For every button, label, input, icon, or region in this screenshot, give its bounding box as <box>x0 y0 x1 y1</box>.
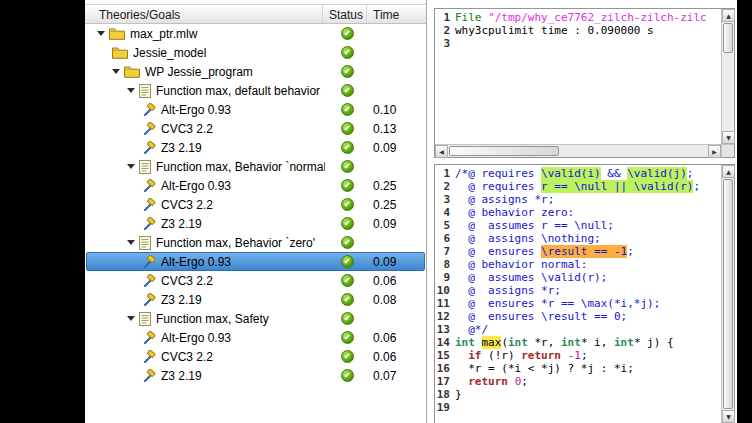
time-cell: 0.09 <box>373 255 396 269</box>
tree-row-content: WP Jessie_program <box>85 62 325 81</box>
tree-row-content: max_ptr.mlw <box>85 24 325 43</box>
status-cell: ✔ <box>325 331 369 344</box>
tree-row[interactable]: Alt-Ergo 0.93✔0.06 <box>85 328 426 347</box>
code-line: 5 @ assumes r == \null; <box>435 219 721 232</box>
tree-row[interactable]: Function max, Behavior `normal'✔ <box>85 157 426 176</box>
prover-icon <box>142 274 156 287</box>
tree-row-label: CVC3 2.2 <box>161 122 213 136</box>
status-cell: ✔ <box>325 122 369 135</box>
tree-row[interactable]: CVC3 2.2✔0.06 <box>85 347 426 366</box>
tree-row-label: max_ptr.mlw <box>130 27 197 41</box>
scroll-right-icon[interactable]: ▶ <box>708 145 721 158</box>
tree-row-content: Function max, Behavior `zero' <box>85 233 325 252</box>
line-text: *r = (*i < *j) ? *j : *i; <box>455 362 634 375</box>
why3-ide-window: Theories/Goals Status Time max_ptr.mlw✔J… <box>85 0 737 423</box>
tree-row[interactable]: Z3 2.19✔0.09 <box>85 138 426 157</box>
scrollbar-handle[interactable] <box>723 179 733 409</box>
tree-row[interactable]: Alt-Ergo 0.93✔0.10 <box>85 100 426 119</box>
column-header-time[interactable]: Time <box>367 5 426 23</box>
tree-row-content: CVC3 2.2 <box>85 195 325 214</box>
tree-row[interactable]: Z3 2.19✔0.07 <box>85 366 426 385</box>
code-line: 6 @ assigns \nothing; <box>435 232 721 245</box>
tree-row[interactable]: Alt-Ergo 0.93✔0.09 <box>85 252 426 271</box>
tree-row[interactable]: Function max, default behavior✔ <box>85 81 426 100</box>
tree-body: max_ptr.mlw✔Jessie_model✔WP Jessie_progr… <box>85 24 426 385</box>
tree-row[interactable]: Function max, Behavior `zero'✔ <box>85 233 426 252</box>
expander-icon[interactable] <box>127 240 135 245</box>
time-cell: 0.13 <box>373 122 396 136</box>
status-ok-icon: ✔ <box>341 217 354 230</box>
tree-row[interactable]: Z3 2.19✔0.09 <box>85 214 426 233</box>
folder-icon <box>112 46 128 59</box>
scrollbar-handle[interactable] <box>449 146 559 156</box>
code-line: 3 @ assigns *r; <box>435 193 721 206</box>
source-vertical-scrollbar[interactable]: ▲ ▼ <box>721 165 734 423</box>
status-cell: ✔ <box>325 312 369 325</box>
line-number: 19 <box>435 401 455 414</box>
tree-row[interactable]: Function max, Safety✔ <box>85 309 426 328</box>
status-cell: ✔ <box>325 160 369 173</box>
tree-row[interactable]: CVC3 2.2✔0.13 <box>85 119 426 138</box>
output-horizontal-scrollbar[interactable]: ◀ ▶ <box>435 144 721 157</box>
prover-icon <box>142 179 156 192</box>
code-line: 13 @*/ <box>435 323 721 336</box>
column-header-theories-goals[interactable]: Theories/Goals <box>85 5 323 23</box>
status-cell: ✔ <box>325 236 369 249</box>
scroll-up-icon[interactable]: ▲ <box>722 9 735 22</box>
status-cell: ✔ <box>325 274 369 287</box>
tree-row-content: Function max, Safety <box>85 309 325 328</box>
tree-row[interactable]: Jessie_model✔ <box>85 43 426 62</box>
line-text: } <box>455 388 462 401</box>
tree-row-content: CVC3 2.2 <box>85 271 325 290</box>
prover-icon <box>142 331 156 344</box>
folder-icon <box>109 27 125 40</box>
line-text: if (!r) return -1; <box>455 349 588 362</box>
tree-row-content: Alt-Ergo 0.93 <box>85 100 325 119</box>
expander-icon[interactable] <box>112 69 120 74</box>
status-ok-icon: ✔ <box>341 122 354 135</box>
source-text[interactable]: 1/*@ requires \valid(i) && \valid(j);2 @… <box>435 165 721 423</box>
status-cell: ✔ <box>325 179 369 192</box>
scrollbar-handle[interactable] <box>723 23 733 53</box>
line-text: int max(int *r, int* i, int* j) { <box>455 336 674 349</box>
tree-row-content: Function max, Behavior `normal' <box>85 157 325 176</box>
status-ok-icon: ✔ <box>341 236 354 249</box>
line-number: 7 <box>435 245 455 258</box>
line-text: @ behavior normal: <box>455 258 587 271</box>
time-cell: 0.25 <box>373 198 396 212</box>
tree-row-label: CVC3 2.2 <box>161 274 213 288</box>
line-text: @ ensures \result == 0; <box>455 310 627 323</box>
expander-icon[interactable] <box>127 316 135 321</box>
tree-row[interactable]: WP Jessie_program✔ <box>85 62 426 81</box>
output-text[interactable]: 1File "/tmp/why_ce7762_zilch-zilch-zilc2… <box>435 9 721 144</box>
line-text: File "/tmp/why_ce7762_zilch-zilch-zilc <box>455 11 707 24</box>
line-number: 13 <box>435 323 455 336</box>
line-number: 11 <box>435 297 455 310</box>
scroll-down-icon[interactable]: ▼ <box>722 410 735 423</box>
file-icon <box>139 236 151 250</box>
expander-icon[interactable] <box>97 31 105 36</box>
tree-row[interactable]: Alt-Ergo 0.93✔0.25 <box>85 176 426 195</box>
prover-icon <box>142 369 156 382</box>
tree-row[interactable]: CVC3 2.2✔0.25 <box>85 195 426 214</box>
code-line: 10 @ assigns *r; <box>435 284 721 297</box>
scroll-left-icon[interactable]: ◀ <box>435 145 448 158</box>
column-header-status[interactable]: Status <box>323 5 367 23</box>
line-text: @ ensures *r == \max(*i,*j); <box>455 297 660 310</box>
code-line: 9 @ assumes \valid(r); <box>435 271 721 284</box>
output-vertical-scrollbar[interactable]: ▲ ▼ <box>721 9 734 144</box>
scroll-up-icon[interactable]: ▲ <box>722 165 735 178</box>
tree-row[interactable]: max_ptr.mlw✔ <box>85 24 426 43</box>
status-cell: ✔ <box>325 255 369 268</box>
expander-icon[interactable] <box>127 88 135 93</box>
tree-row-label: CVC3 2.2 <box>161 350 213 364</box>
tree-row[interactable]: CVC3 2.2✔0.06 <box>85 271 426 290</box>
code-line: 17 return 0; <box>435 375 721 388</box>
code-line: 3 <box>435 37 721 50</box>
status-ok-icon: ✔ <box>341 103 354 116</box>
tree-row[interactable]: Z3 2.19✔0.08 <box>85 290 426 309</box>
line-number: 6 <box>435 232 455 245</box>
scroll-down-icon[interactable]: ▼ <box>722 131 735 144</box>
expander-icon[interactable] <box>127 164 135 169</box>
tree-row-content: Z3 2.19 <box>85 214 325 233</box>
